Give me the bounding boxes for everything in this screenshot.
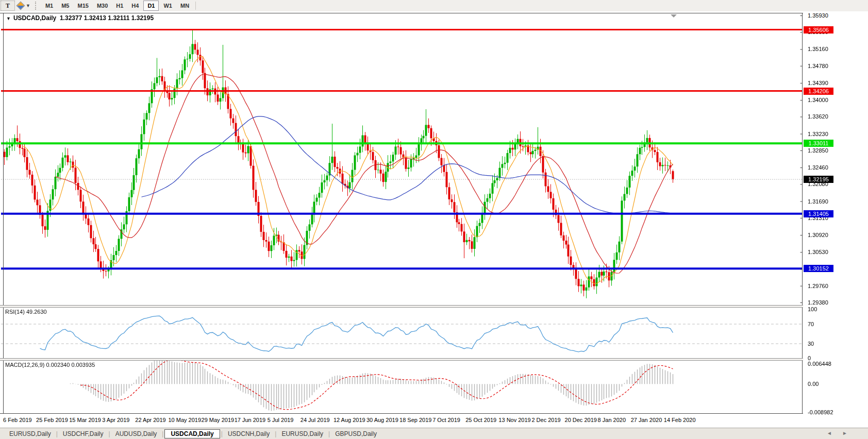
price-tick-label: 1.33620 — [808, 113, 828, 120]
dropdown-caret-icon: ▼ — [26, 3, 30, 8]
symbol-collapse-icon[interactable]: ▼ — [6, 16, 11, 21]
chart-title-symbol: USDCAD,Daily — [13, 14, 56, 22]
date-tick-label: 13 Nov 2019 — [498, 417, 530, 423]
toolbar-grip[interactable] — [35, 2, 39, 10]
price-tick-label: 1.31690 — [808, 198, 828, 205]
chart-title-ohlc: 1.32377 1.32413 1.32111 1.32195 — [56, 14, 154, 22]
timeframe-button-h4[interactable]: H4 — [128, 1, 142, 10]
price-level-badge[interactable]: 1.30152 — [804, 265, 833, 272]
price-tick-label: 1.34000 — [808, 97, 828, 103]
price-level-badge[interactable]: 1.31405 — [804, 210, 833, 217]
chart-top-border — [0, 13, 868, 13]
chart-tab-usdcad-3[interactable]: USDCAD,Daily — [164, 429, 220, 438]
date-tick-label: 14 Feb 2020 — [664, 417, 696, 423]
timeframe-button-m5[interactable]: M5 — [58, 1, 73, 10]
price-tick-label: 1.32460 — [808, 164, 828, 171]
date-tick-label: 24 Jul 2019 — [301, 417, 330, 423]
price-level-badge[interactable]: 1.32195 — [804, 176, 833, 183]
tab-separator: | — [221, 430, 223, 437]
chart-title: ▼USDCAD,Daily 1.32377 1.32413 1.32111 1.… — [6, 14, 154, 22]
date-tick-label: 17 Jun 2019 — [235, 417, 266, 423]
price-tick-label: 1.35160 — [808, 46, 828, 52]
macd-tick-label: -0.008982 — [808, 409, 833, 415]
styler-button[interactable]: ▼ — [16, 1, 32, 10]
price-tick-label: 1.35930 — [808, 12, 828, 19]
date-tick-label: 2 Dec 2019 — [531, 417, 560, 423]
toolbar-separator — [195, 2, 196, 10]
date-tick-label: 3 Apr 2019 — [102, 417, 129, 423]
terminal-window: T ▼ M1M5M15M30H1H4D1W1MN ▼USDCAD,Daily 1… — [0, 0, 868, 439]
date-tick-label: 12 Aug 2019 — [333, 417, 365, 423]
date-tick-label: 10 May 2019 — [168, 417, 201, 423]
timeframe-button-h1[interactable]: H1 — [112, 1, 127, 10]
price-tick-label: 1.34390 — [808, 80, 828, 86]
tab-separator: | — [275, 430, 276, 437]
price-tick-label: 1.29760 — [808, 283, 828, 289]
timeframe-button-m15[interactable]: M15 — [74, 1, 92, 10]
timeframe-button-w1[interactable]: W1 — [160, 1, 176, 10]
date-tick-label: 20 Dec 2019 — [565, 417, 597, 423]
chart-tab-audusd-2[interactable]: AUDUSD,Daily — [111, 429, 161, 438]
price-level-badge[interactable]: 1.35606 — [804, 26, 833, 33]
price-tick-label: 1.33230 — [808, 131, 828, 137]
date-tick-label: 15 Mar 2019 — [69, 417, 101, 423]
rsi-tick-label: 70 — [808, 321, 814, 327]
macd-label: MACD(12,26,9) 0.002340 0.003935 — [5, 362, 95, 368]
pane-divider-macd[interactable] — [0, 358, 868, 361]
tab-separator: | — [56, 430, 58, 437]
rsi-label: RSI(14) 49.2630 — [5, 309, 47, 315]
price-level-badge[interactable]: 1.33011 — [804, 140, 833, 147]
price-tick-label: 1.30530 — [808, 249, 828, 255]
chart-canvas[interactable] — [0, 11, 803, 415]
timeframe-button-m1[interactable]: M1 — [42, 1, 57, 10]
timeframe-button-d1[interactable]: D1 — [143, 1, 159, 11]
tab-scroll-left-button[interactable]: ◄ — [827, 430, 832, 436]
timeframe-group: M1M5M15M30H1H4D1W1MN — [41, 0, 193, 11]
price-axis[interactable]: 1.359301.355501.351601.347801.343901.340… — [803, 11, 868, 415]
chart-tab-eurusd-5[interactable]: EURUSD,Daily — [277, 429, 327, 438]
styler-icon — [16, 2, 25, 10]
macd-tick-label: 0.00 — [808, 381, 819, 387]
chart-tab-eurusd-0[interactable]: EURUSD,Daily — [5, 429, 55, 438]
timeframe-button-mn[interactable]: MN — [177, 1, 193, 10]
date-tick-label: 25 Oct 2019 — [465, 417, 496, 423]
date-tick-label: 27 Jan 2020 — [631, 417, 662, 423]
price-tick-label: 1.30920 — [808, 232, 828, 238]
rsi-tick-label: 100 — [808, 306, 817, 312]
price-tick-label: 1.32850 — [808, 147, 828, 154]
chart-tab-usdchf-1[interactable]: USDCHF,Daily — [59, 429, 108, 438]
date-tick-label: 25 Feb 2019 — [36, 417, 68, 423]
date-tick-label: 6 Feb 2019 — [3, 417, 32, 423]
timeframe-button-m30[interactable]: M30 — [93, 1, 111, 10]
price-tick-label: 1.29380 — [808, 299, 828, 306]
date-tick-label: 30 Aug 2019 — [366, 417, 398, 423]
date-tick-label: 5 Jul 2019 — [268, 417, 294, 423]
date-tick-label: 7 Oct 2019 — [432, 417, 460, 423]
tab-separator: | — [109, 430, 110, 437]
macd-tick-label: 0.006448 — [808, 361, 831, 367]
tab-separator: | — [328, 430, 330, 437]
date-tick-label: 29 May 2019 — [202, 417, 235, 423]
price-level-badge[interactable]: 1.34206 — [804, 88, 833, 95]
tab-scroll-right-button[interactable]: ► — [842, 430, 847, 436]
toolbar: T ▼ M1M5M15M30H1H4D1W1MN — [0, 0, 868, 12]
date-axis[interactable]: 6 Feb 201925 Feb 201915 Mar 20193 Apr 20… — [0, 414, 868, 428]
rsi-tick-label: 30 — [808, 341, 814, 347]
price-tick-label: 1.34780 — [808, 63, 828, 69]
tab-separator: | — [162, 430, 163, 437]
text-tool-label: T — [6, 2, 10, 10]
date-tick-label: 22 Apr 2019 — [135, 417, 165, 423]
date-tick-label: 8 Jan 2020 — [598, 417, 626, 423]
chart-tab-bar: EURUSD,Daily|USDCHF,Daily|AUDUSD,Daily|U… — [0, 428, 868, 439]
text-tool-button[interactable]: T — [1, 1, 15, 11]
pane-divider-rsi[interactable] — [0, 305, 868, 308]
chart-tab-usdcnh-4[interactable]: USDCNH,Daily — [224, 429, 274, 438]
chart-tab-gbpusd-6[interactable]: GBPUSD,Daily — [331, 429, 381, 438]
date-tick-label: 18 Sep 2019 — [399, 417, 431, 423]
